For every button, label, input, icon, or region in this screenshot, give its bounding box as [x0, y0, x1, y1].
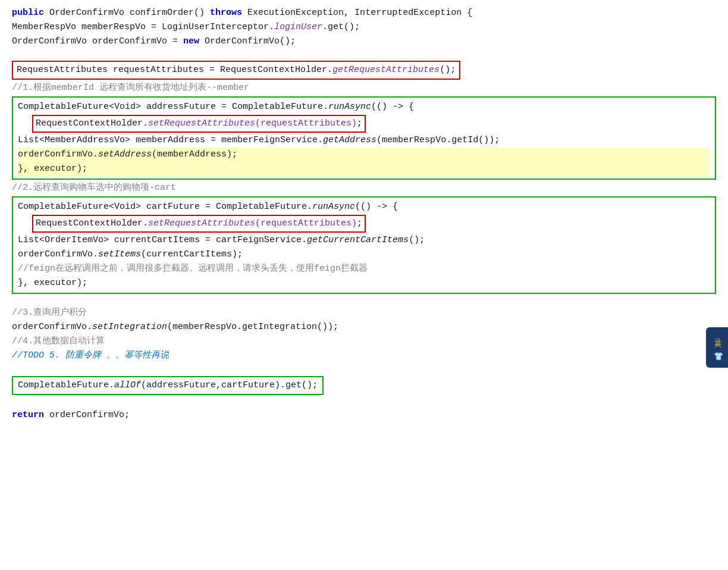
member-type: MemberRespVo memberRespVo = LoginUserInt…	[12, 22, 274, 32]
get-request-attr-call: getRequestAttributes	[332, 65, 440, 75]
order-confirm-init-line: OrderConfirmVo orderConfirmVo = new Orde…	[12, 35, 716, 49]
list-order-line: List<OrderItemVo> currentCartItems = car…	[18, 233, 710, 248]
comment-auto-calc: //4.其他数据自动计算	[12, 334, 716, 349]
set-request-attr-call-2: setRequestAttributes	[148, 218, 255, 228]
empty-line-1	[12, 49, 716, 59]
executor2-line: }, executor);	[18, 276, 710, 290]
set-address-call: setAddress	[98, 149, 152, 159]
comment-cart: //2.远程查询购物车选中的购物项-cart	[12, 181, 716, 195]
allof-block: CompletableFuture.allOf(addressFuture,ca…	[12, 376, 324, 395]
floating-btn-text: 英	[711, 333, 723, 334]
keyword-new: new	[183, 36, 199, 46]
completable-address-line: CompletableFuture<Void> addressFuture = …	[18, 100, 710, 114]
method-signature-line: public OrderConfirmVo confirmOrder() thr…	[12, 6, 716, 20]
order-ctor: OrderConfirmVo();	[199, 36, 296, 46]
set-request-attr-param-2: (requestAttributes)	[255, 218, 357, 228]
inner-red-box-1: RequestContextHolder.setRequestAttribute…	[32, 115, 366, 133]
set-request-attr-call-1: setRequestAttributes	[148, 118, 255, 129]
allof-line: CompletableFuture.allOf(addressFuture,ca…	[18, 378, 318, 393]
set-items-line: orderConfirmVo.setItems(currentCartItems…	[18, 248, 710, 262]
executor1-line: }, executor);	[18, 162, 710, 176]
request-attributes-box: RequestAttributes requestAttributes = Re…	[12, 61, 460, 80]
completable-cart-line: CompletableFuture<Void> cartFuture = Com…	[18, 200, 710, 214]
login-user-call: loginUser	[274, 22, 322, 32]
floating-toolbar-button[interactable]: 英 ↑↓ 👕	[706, 327, 728, 368]
keyword-public: public	[12, 8, 49, 18]
inner-red-box-2: RequestContextHolder.setRequestAttribute…	[32, 215, 366, 233]
set-integration-line: orderConfirmVo.setIntegration(memberResp…	[12, 320, 716, 334]
list-member-line: List<MemberAddressVo> memberAddress = me…	[18, 133, 710, 148]
member-resp-line: MemberRespVo memberRespVo = LoginUserInt…	[12, 20, 716, 35]
empty-line-4	[12, 397, 716, 408]
all-of-call: allOf	[114, 380, 141, 390]
keyword-return: return	[12, 410, 44, 420]
order-type: OrderConfirmVo orderConfirmVo =	[12, 36, 183, 46]
method-name: confirmOrder()	[130, 8, 210, 18]
cart-future-block: CompletableFuture<Void> cartFuture = Com…	[12, 196, 716, 294]
todo-comment-line: //TODO 5. 防重令牌 。。幂等性再说	[12, 349, 716, 363]
run-async-call-2: runAsync	[312, 202, 355, 212]
login-user-end: .get();	[322, 22, 360, 32]
set-items-call: setItems	[98, 249, 141, 259]
feign-comment-line: //feign在远程调用之前，调用很多拦截器。远程调用，请求头丢失，使用feig…	[18, 262, 710, 276]
get-address-call: getAddress	[323, 135, 376, 145]
floating-btn-arrows: ↑↓	[711, 337, 723, 349]
empty-line-3	[12, 363, 716, 374]
set-integration-call: setIntegration	[92, 322, 167, 332]
floating-btn-icon: 👕	[711, 351, 723, 362]
code-container: public OrderConfirmVo confirmOrder() thr…	[0, 0, 728, 570]
comment-member-id: //1.根据memberId 远程查询所有收货地址列表--member	[12, 81, 716, 95]
set-request-attr-param-1: (requestAttributes)	[255, 118, 357, 129]
request-attributes-line: RequestAttributes requestAttributes = Re…	[17, 63, 456, 77]
keyword-throws: throws	[210, 8, 247, 18]
empty-line-2	[12, 295, 716, 306]
exception-list: ExecutionException, InterruptedException…	[247, 8, 472, 18]
address-future-block: CompletableFuture<Void> addressFuture = …	[12, 96, 716, 180]
get-cart-items-call: getCurrentCartItems	[307, 235, 409, 245]
set-request-attr-1-line: RequestContextHolder.setRequestAttribute…	[36, 117, 362, 131]
run-async-call-1: runAsync	[328, 102, 371, 112]
return-type: OrderConfirmVo	[49, 8, 130, 18]
set-address-line: orderConfirmVo.setAddress(memberAddress)…	[18, 148, 710, 162]
set-request-attr-2-line: RequestContextHolder.setRequestAttribute…	[36, 217, 362, 231]
comment-integration: //3.查询用户积分	[12, 306, 716, 320]
return-line: return orderConfirmVo;	[12, 408, 716, 422]
